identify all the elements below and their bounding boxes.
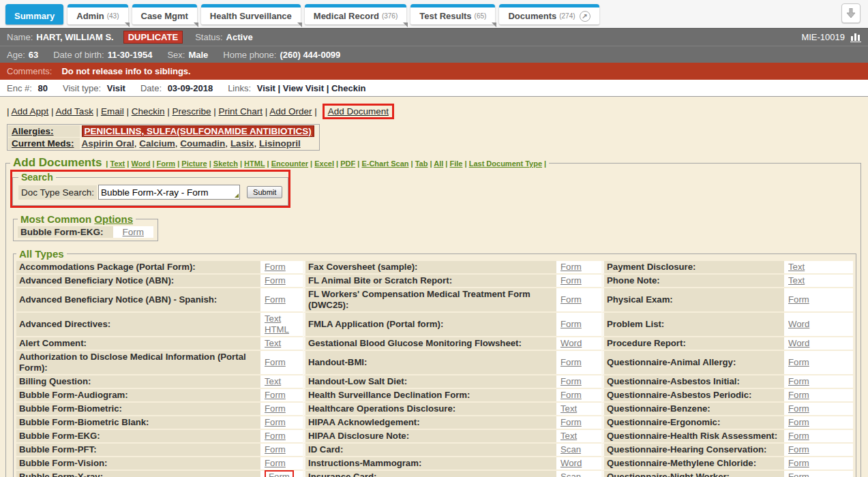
doc-link-form[interactable]: Form bbox=[560, 262, 582, 272]
encounter-link-checkin[interactable]: Checkin bbox=[331, 83, 366, 93]
doc-link-form[interactable]: Form bbox=[560, 376, 582, 386]
doc-link-form[interactable]: Form bbox=[788, 431, 809, 441]
doc-type-link-cell: Form bbox=[784, 389, 853, 403]
tab-admin[interactable]: Admin(43) bbox=[68, 4, 128, 25]
doc-type-link-cell: Word bbox=[556, 457, 601, 471]
add-doc-type-form[interactable]: Form bbox=[157, 159, 176, 168]
doc-link-form[interactable]: Form bbox=[265, 431, 286, 441]
action-prescribe[interactable]: Prescribe bbox=[172, 106, 211, 117]
add-doc-type-picture[interactable]: Picture bbox=[181, 159, 207, 168]
doc-link-form[interactable]: Form bbox=[265, 444, 286, 455]
doc-link-form[interactable]: Form bbox=[560, 417, 582, 427]
encounter-link-view-visit[interactable]: View Visit bbox=[283, 83, 324, 93]
action-add-order[interactable]: Add Order bbox=[269, 106, 312, 117]
doc-link-form[interactable]: Form bbox=[265, 357, 286, 367]
doc-link-form[interactable]: Form bbox=[788, 444, 809, 455]
doc-link-form[interactable]: Form bbox=[269, 472, 290, 477]
current-meds-link[interactable]: Current Meds: bbox=[12, 138, 74, 149]
doc-link-form[interactable]: Form bbox=[560, 357, 582, 367]
tab-case-mgmt[interactable]: Case Mgmt bbox=[132, 4, 197, 25]
doc-link-form[interactable]: Form bbox=[265, 275, 286, 286]
tab-health-surveillance[interactable]: Health Surveillance bbox=[201, 4, 301, 25]
action-add-appt[interactable]: Add Appt bbox=[12, 106, 49, 117]
doc-link-scan[interactable]: Scan bbox=[560, 444, 581, 455]
action-checkin[interactable]: Checkin bbox=[132, 106, 165, 117]
tab-documents[interactable]: Documents(274)↗ bbox=[499, 4, 599, 25]
med-link-calcium[interactable]: Calcium bbox=[139, 138, 175, 149]
doc-link-form[interactable]: Form bbox=[265, 417, 286, 427]
add-doc-type-pdf[interactable]: PDF bbox=[340, 159, 355, 168]
action-add-document[interactable]: Add Document bbox=[328, 106, 389, 117]
doc-link-form[interactable]: Form bbox=[788, 357, 809, 367]
search-highlight-box: Search Doc Type Search: Submit bbox=[10, 170, 290, 208]
doc-link-form[interactable]: Form bbox=[788, 472, 809, 477]
date-label: Date: bbox=[140, 83, 162, 93]
doc-link-form[interactable]: Form bbox=[265, 390, 286, 400]
action-email[interactable]: Email bbox=[101, 106, 124, 117]
doc-link-form[interactable]: Form bbox=[788, 294, 809, 305]
add-doc-type-tab[interactable]: Tab bbox=[415, 159, 428, 168]
submit-button[interactable]: Submit bbox=[247, 186, 282, 198]
doc-link-form[interactable]: Form bbox=[560, 294, 582, 305]
doc-type-search-input[interactable] bbox=[98, 185, 240, 200]
add-doc-type-excel[interactable]: Excel bbox=[314, 159, 334, 168]
doc-link-form[interactable]: Form bbox=[265, 458, 286, 468]
doc-link-text[interactable]: Text bbox=[560, 431, 577, 441]
action-add-task[interactable]: Add Task bbox=[56, 106, 93, 117]
doc-link-form[interactable]: Form bbox=[265, 294, 286, 305]
doc-link-form[interactable]: Form bbox=[788, 417, 809, 427]
doc-link-word[interactable]: Word bbox=[560, 458, 582, 468]
add-doc-type-text[interactable]: Text bbox=[110, 159, 125, 168]
combo-dropdown-icon[interactable] bbox=[235, 194, 239, 198]
doc-link-scan[interactable]: Scan bbox=[560, 472, 581, 477]
doc-type-label: Fax Coversheet (sample): bbox=[303, 261, 556, 275]
add-doc-type-encounter[interactable]: Encounter bbox=[271, 159, 308, 168]
pipe-separator: | bbox=[312, 106, 320, 117]
doc-link-form[interactable]: Form bbox=[788, 390, 809, 400]
status-label: Status: bbox=[195, 32, 222, 42]
allergies-link[interactable]: Allergies: bbox=[12, 126, 54, 136]
doc-link-form[interactable]: Form bbox=[560, 275, 582, 286]
add-doc-type-html[interactable]: HTML bbox=[244, 159, 265, 168]
tab-test-results[interactable]: Test Results(65) bbox=[410, 4, 495, 25]
add-doc-type-sketch[interactable]: Sketch bbox=[213, 159, 238, 168]
doc-link-word[interactable]: Word bbox=[788, 338, 809, 348]
open-in-new-icon[interactable]: ↗ bbox=[580, 11, 590, 22]
doc-link-form[interactable]: Form bbox=[560, 390, 582, 400]
tab-medical-record[interactable]: Medical Record(376) bbox=[305, 4, 406, 25]
doc-link-form[interactable]: Form bbox=[265, 262, 286, 272]
add-doc-type-last-document-type[interactable]: Last Document Type bbox=[469, 159, 542, 168]
doc-link-html[interactable]: HTML bbox=[265, 324, 289, 335]
patient-stats-button[interactable] bbox=[850, 32, 861, 42]
doc-type-label: Alert Comment: bbox=[16, 337, 260, 351]
options-link[interactable]: Options bbox=[94, 213, 133, 225]
med-link-lisinopril[interactable]: Lisinopril bbox=[259, 138, 301, 149]
add-doc-type-file[interactable]: File bbox=[450, 159, 463, 168]
allergy-value-link[interactable]: PENICILLINS, SULFA(SULFONAMIDE ANTIBIOTI… bbox=[82, 125, 314, 137]
tab-summary[interactable]: Summary bbox=[5, 4, 63, 25]
doc-link-form[interactable]: Form bbox=[265, 403, 286, 414]
doc-link-word[interactable]: Word bbox=[788, 319, 809, 329]
doc-link-text[interactable]: Text bbox=[265, 313, 281, 324]
most-common-form-link[interactable]: Form bbox=[123, 227, 145, 237]
doc-link-form[interactable]: Form bbox=[788, 403, 809, 414]
add-doc-type-word[interactable]: Word bbox=[132, 159, 151, 168]
doc-type-link-cell: Form bbox=[784, 457, 853, 471]
doc-link-text[interactable]: Text bbox=[560, 403, 577, 414]
doc-link-text[interactable]: Text bbox=[788, 262, 805, 272]
doc-link-form[interactable]: Form bbox=[788, 376, 809, 386]
doc-link-text[interactable]: Text bbox=[265, 376, 281, 386]
doc-link-text[interactable]: Text bbox=[265, 338, 281, 348]
download-button[interactable] bbox=[841, 3, 860, 23]
doc-link-form[interactable]: Form bbox=[560, 319, 582, 329]
add-doc-type-e-chart-scan[interactable]: E-Chart Scan bbox=[361, 159, 408, 168]
add-doc-type-all[interactable]: All bbox=[434, 159, 443, 168]
med-link-coumadin[interactable]: Coumadin bbox=[180, 138, 225, 149]
med-link-aspirin-oral[interactable]: Aspirin Oral bbox=[82, 138, 134, 149]
doc-link-word[interactable]: Word bbox=[560, 338, 582, 348]
med-link-lasix[interactable]: Lasix bbox=[230, 138, 254, 149]
doc-link-form[interactable]: Form bbox=[788, 458, 809, 468]
doc-link-text[interactable]: Text bbox=[788, 275, 805, 286]
action-print-chart[interactable]: Print Chart bbox=[219, 106, 263, 117]
encounter-link-visit[interactable]: Visit bbox=[257, 83, 275, 93]
